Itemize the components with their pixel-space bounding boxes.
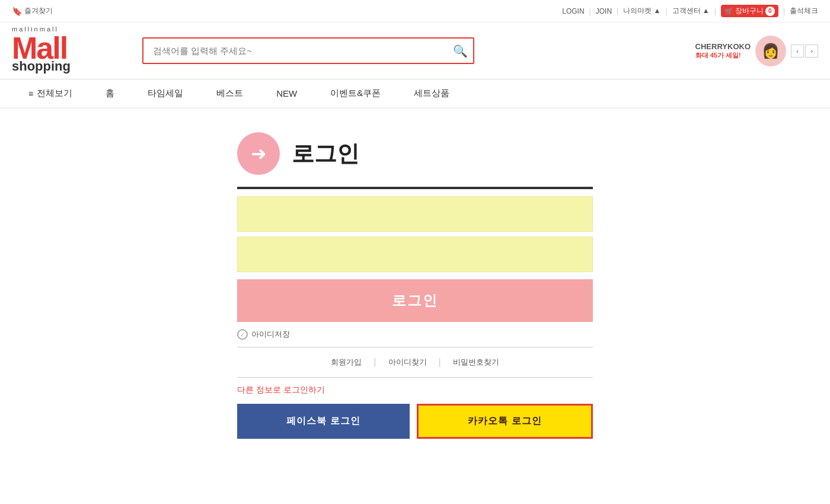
main-nav: ≡ 전체보기 홈 타임세일 베스트 NEW 이벤트&쿠폰 세트상품 <box>0 79 830 109</box>
nav-item-set[interactable]: 세트상품 <box>397 79 466 107</box>
divider-mid <box>237 347 593 347</box>
save-id-checkbox[interactable]: ✓ <box>237 329 248 340</box>
find-pw-link[interactable]: 비밀번호찾기 <box>441 357 511 368</box>
cart-section[interactable]: 🛒 장바구니 0 <box>721 5 778 17</box>
nav-item-timesale[interactable]: 타임세일 <box>131 79 200 107</box>
divider-dark <box>237 187 593 189</box>
sep3: | <box>665 7 667 15</box>
login-title-row: ➜ 로그인 <box>237 132 593 175</box>
password-input[interactable] <box>237 237 593 272</box>
banner-nav: ‹ › <box>791 44 818 58</box>
main-content: ➜ 로그인 로그인 ✓ 아이디저장 회원가입 | 아이디찾기 | <box>0 109 830 462</box>
menu-icon: ≡ <box>28 89 33 98</box>
search-section: 🔍 <box>142 37 474 64</box>
nav-label-best: 베스트 <box>216 88 243 99</box>
login-button[interactable]: 로그인 <box>237 279 593 322</box>
logo-shopping: shopping <box>12 60 130 73</box>
search-button[interactable]: 🔍 <box>446 37 474 64</box>
user-name: CHERRYKOKO <box>695 42 751 51</box>
nav-item-new[interactable]: NEW <box>260 80 314 107</box>
find-id-label: 아이디찾기 <box>388 358 427 366</box>
username-input[interactable] <box>237 196 593 232</box>
header: mallinmall Mall shopping 🔍 CHERRYKOKO 화대… <box>0 23 830 79</box>
search-input[interactable] <box>142 37 474 64</box>
divider-bottom <box>237 377 593 378</box>
bookmark-icon: 🔖 <box>12 7 22 16</box>
find-id-link[interactable]: 아이디찾기 <box>376 357 439 368</box>
avatar: 👩 <box>755 36 786 66</box>
nav-label-set: 세트상품 <box>414 88 449 99</box>
sep1: | <box>589 7 591 15</box>
bookmark-label[interactable]: 즐겨찾기 <box>24 6 53 16</box>
login-container: ➜ 로그인 로그인 ✓ 아이디저장 회원가입 | 아이디찾기 | <box>237 132 593 439</box>
find-pw-label: 비밀번호찾기 <box>453 358 499 366</box>
user-promo: 화대 45가 세일! <box>695 51 751 60</box>
nav-label-timesale: 타임세일 <box>148 88 183 99</box>
customer-center-link[interactable]: 고객센터 ▲ <box>672 6 710 16</box>
join-link[interactable]: JOIN <box>596 7 612 15</box>
logo[interactable]: mallinmall Mall shopping <box>12 28 130 73</box>
social-buttons: 페이스북 로그인 카카오톡 로그인 <box>237 404 593 439</box>
sep4: | <box>714 7 716 15</box>
sep5: | <box>783 7 785 15</box>
nav-item-best[interactable]: 베스트 <box>200 79 260 107</box>
login-icon: ➜ <box>251 142 267 165</box>
signup-link[interactable]: 회원가입 <box>319 357 374 368</box>
cart-count: 0 <box>765 7 775 16</box>
cart-label: 장바구니 <box>735 6 764 16</box>
nav-label-new: NEW <box>276 88 297 98</box>
save-id-row: ✓ 아이디저장 <box>237 329 593 340</box>
login-icon-circle: ➜ <box>237 132 280 175</box>
sep2: | <box>617 7 618 15</box>
links-row: 회원가입 | 아이디찾기 | 비밀번호찾기 <box>237 357 593 368</box>
login-title: 로그인 <box>292 139 359 169</box>
my-market-link[interactable]: 나의마켓 ▲ <box>623 6 660 16</box>
kakao-login-button[interactable]: 카카오톡 로그인 <box>417 404 593 439</box>
nav-item-home[interactable]: 홈 <box>89 79 131 107</box>
nav-item-event[interactable]: 이벤트&쿠폰 <box>314 79 397 107</box>
cart-icon: 🛒 장바구니 0 <box>721 5 778 17</box>
bookmark-section: 🔖 즐겨찾기 <box>12 6 53 16</box>
prev-button[interactable]: ‹ <box>791 44 804 58</box>
nav-label-home: 홈 <box>106 88 114 99</box>
checkout-link[interactable]: 출석체크 <box>790 6 818 16</box>
user-area: CHERRYKOKO 화대 45가 세일! 👩 ‹ › <box>695 36 818 66</box>
next-button[interactable]: › <box>805 44 818 58</box>
facebook-login-button[interactable]: 페이스북 로그인 <box>237 404 410 439</box>
nav-item-all[interactable]: ≡ 전체보기 <box>12 79 89 107</box>
search-icon: 🔍 <box>453 44 468 58</box>
save-id-label: 아이디저장 <box>251 329 290 340</box>
user-info: CHERRYKOKO 화대 45가 세일! <box>695 42 751 60</box>
social-title: 다른 정보로 로그인하기 <box>237 385 593 395</box>
signup-label: 회원가입 <box>331 358 362 366</box>
top-bar: 🔖 즐겨찾기 LOGIN | JOIN | 나의마켓 ▲ | 고객센터 ▲ | … <box>0 0 830 23</box>
login-link[interactable]: LOGIN <box>562 7 584 15</box>
nav-label-all: 전체보기 <box>37 88 72 99</box>
nav-label-event: 이벤트&쿠폰 <box>330 88 381 99</box>
social-section: 다른 정보로 로그인하기 페이스북 로그인 카카오톡 로그인 <box>237 385 593 439</box>
